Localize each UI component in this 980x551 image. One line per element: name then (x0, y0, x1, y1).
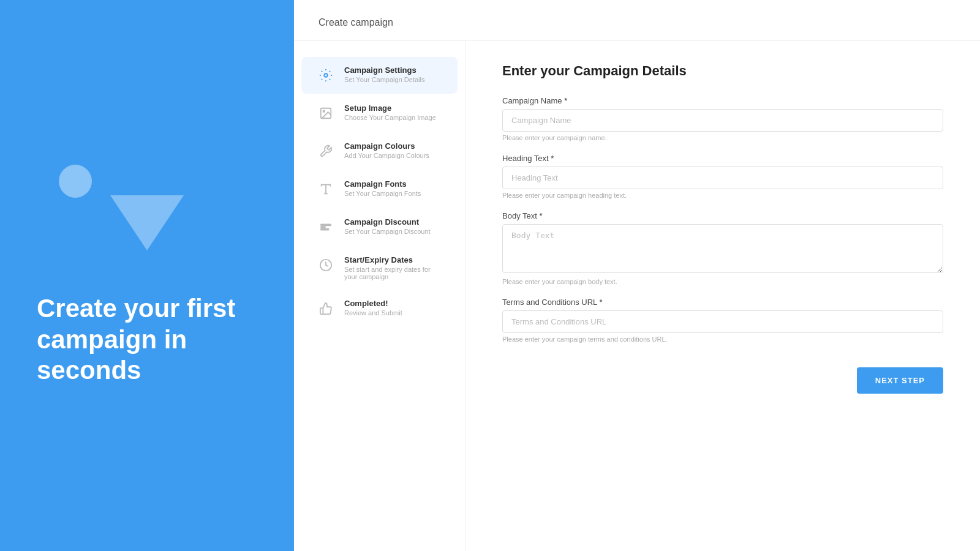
svg-point-0 (324, 73, 328, 77)
clock-icon (316, 255, 336, 275)
step-campaign-discount-title: Campaign Discount (344, 217, 431, 227)
heading-text-group: Heading Text * Please enter your campaig… (502, 154, 943, 199)
logo-triangle (110, 195, 184, 250)
step-campaign-fonts[interactable]: Campaign Fonts Set Your Campaign Fonts (301, 171, 458, 208)
font-icon (316, 179, 336, 199)
form-heading: Enter your Campaign Details (502, 63, 943, 79)
card-header: Create campaign (294, 0, 980, 41)
step-start-expiry-texts: Start/Expiry Dates Set start and expiry … (344, 255, 443, 280)
step-completed[interactable]: Completed! Review and Submit (301, 290, 458, 327)
card-body: Campaign Settings Set Your Campaign Deta… (294, 41, 980, 551)
step-start-expiry-title: Start/Expiry Dates (344, 255, 443, 264)
terms-url-hint: Please enter your campaign terms and con… (502, 335, 943, 343)
step-campaign-fonts-texts: Campaign Fonts Set Your Campaign Fonts (344, 179, 421, 197)
step-campaign-discount-texts: Campaign Discount Set Your Campaign Disc… (344, 217, 431, 235)
step-setup-image[interactable]: Setup Image Choose Your Campaign Image (301, 95, 458, 132)
svg-rect-7 (321, 229, 329, 230)
wrench-icon (316, 141, 336, 161)
left-panel: Create your first campaign in seconds (0, 0, 294, 551)
heading-text-input[interactable] (502, 167, 943, 189)
next-step-button[interactable]: NEXT STEP (857, 367, 943, 394)
terms-url-required: * (599, 298, 602, 307)
campaign-name-required: * (564, 96, 567, 105)
step-campaign-settings-title: Campaign Settings (344, 66, 424, 75)
campaign-name-hint: Please enter your campaign name. (502, 134, 943, 141)
step-completed-texts: Completed! Review and Submit (344, 299, 402, 317)
gear-icon (316, 66, 336, 85)
logo-icon (37, 165, 257, 250)
body-text-label: Body Text * (502, 211, 943, 220)
step-start-expiry-subtitle: Set start and expiry dates for your camp… (344, 266, 443, 280)
logo-circle (59, 165, 92, 198)
body-text-group: Body Text * Please enter your campaign b… (502, 211, 943, 285)
campaign-name-group: Campaign Name * Please enter your campai… (502, 96, 943, 141)
campaign-name-input[interactable] (502, 109, 943, 132)
step-setup-image-title: Setup Image (344, 103, 436, 113)
step-campaign-settings-texts: Campaign Settings Set Your Campaign Deta… (344, 66, 424, 83)
step-campaign-discount-subtitle: Set Your Campaign Discount (344, 228, 431, 235)
heading-text-label: Heading Text * (502, 154, 943, 163)
step-completed-title: Completed! (344, 299, 402, 308)
step-completed-subtitle: Review and Submit (344, 309, 402, 317)
svg-rect-5 (321, 227, 325, 228)
terms-url-label: Terms and Conditions URL * (502, 298, 943, 307)
step-setup-image-subtitle: Choose Your Campaign Image (344, 114, 436, 121)
terms-url-input[interactable] (502, 310, 943, 333)
step-campaign-fonts-title: Campaign Fonts (344, 179, 421, 189)
svg-rect-6 (321, 224, 331, 225)
heading-text-required: * (551, 154, 554, 163)
body-text-required: * (539, 211, 542, 220)
steps-sidebar: Campaign Settings Set Your Campaign Deta… (294, 41, 466, 551)
form-footer: NEXT STEP (502, 367, 943, 394)
step-campaign-colours-subtitle: Add Your Campaign Colours (344, 152, 429, 159)
step-campaign-discount[interactable]: Campaign Discount Set Your Campaign Disc… (301, 209, 458, 246)
card-title: Create campaign (318, 17, 393, 28)
svg-point-2 (323, 110, 325, 112)
step-campaign-settings-subtitle: Set Your Campaign Details (344, 76, 424, 83)
step-start-expiry-dates[interactable]: Start/Expiry Dates Set start and expiry … (301, 247, 458, 289)
tag-icon (316, 217, 336, 237)
step-campaign-colours-title: Campaign Colours (344, 141, 429, 151)
step-campaign-colours-texts: Campaign Colours Add Your Campaign Colou… (344, 141, 429, 159)
terms-url-group: Terms and Conditions URL * Please enter … (502, 298, 943, 343)
body-text-input[interactable] (502, 224, 943, 273)
form-area: Enter your Campaign Details Campaign Nam… (466, 41, 980, 551)
step-setup-image-texts: Setup Image Choose Your Campaign Image (344, 103, 436, 121)
main-card: Create campaign Campaign Settings Set Yo… (294, 0, 980, 551)
image-icon (316, 103, 336, 123)
step-campaign-fonts-subtitle: Set Your Campaign Fonts (344, 190, 421, 197)
thumbsup-icon (316, 299, 336, 318)
hero-text: Create your first campaign in seconds (37, 293, 257, 386)
step-campaign-colours[interactable]: Campaign Colours Add Your Campaign Colou… (301, 133, 458, 170)
heading-text-hint: Please enter your campaign heading text. (502, 192, 943, 199)
campaign-name-label: Campaign Name * (502, 96, 943, 105)
step-campaign-settings[interactable]: Campaign Settings Set Your Campaign Deta… (301, 57, 458, 94)
body-text-hint: Please enter your campaign body text. (502, 278, 943, 285)
